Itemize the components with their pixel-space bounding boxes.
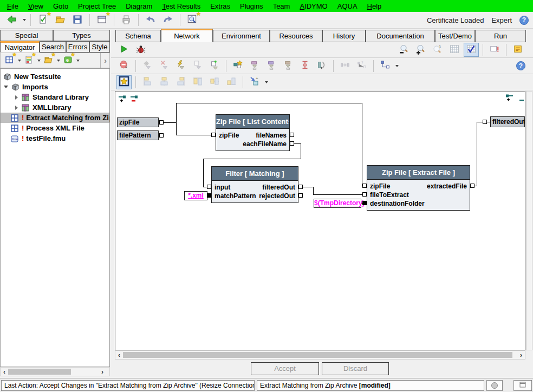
external-input-zipfile[interactable]: zipFile	[117, 117, 159, 127]
align-bottom-button[interactable]	[224, 75, 239, 89]
pin-listcontents-zipfile[interactable]	[211, 133, 216, 137]
find-window-button[interactable]: ★	[185, 13, 200, 27]
menu-goto[interactable]: Goto	[48, 1, 73, 11]
tab-errors[interactable]: Errors	[66, 41, 89, 53]
tab-schema[interactable]: Schema	[115, 30, 161, 42]
tab-style[interactable]: Style	[89, 41, 110, 53]
align-right-button[interactable]	[173, 75, 188, 89]
align-left-button[interactable]	[140, 75, 155, 89]
settings-apply-button[interactable]	[140, 59, 155, 73]
external-output-filteredout[interactable]: filteredOut	[490, 116, 525, 127]
split-connection-button[interactable]: ?	[354, 59, 369, 73]
undo-button[interactable]	[143, 13, 158, 27]
remove-output-pin-button[interactable]	[519, 95, 524, 103]
tree-item-testfile-fmu[interactable]: fmu ! testFile.fmu	[1, 133, 109, 143]
paste-step-button[interactable]	[207, 59, 222, 73]
literal-match-pattern[interactable]: *.xml	[184, 191, 207, 200]
new-window-button[interactable]: ★	[94, 13, 109, 27]
pin-external-filepattern[interactable]	[159, 133, 164, 138]
print-button[interactable]	[119, 13, 134, 27]
grid-toggle-button[interactable]	[447, 43, 462, 57]
new-list-dropdown[interactable]	[37, 60, 41, 62]
scroll-left-icon[interactable]: ‹	[115, 351, 123, 359]
menu-aqua[interactable]: AQUA	[333, 1, 362, 11]
tree-item-process-xml[interactable]: ! Process XML File	[1, 123, 109, 133]
pin-filter-matchpattern[interactable]	[207, 193, 211, 198]
navigator-horizontal-scrollbar[interactable]: ‹ ›	[0, 367, 110, 376]
scrollbar-thumb[interactable]	[8, 369, 71, 375]
add-input-pin-button[interactable]	[119, 95, 126, 104]
pin-extract-extractedfile[interactable]	[470, 184, 474, 188]
rotate-connection-button[interactable]	[314, 59, 329, 73]
pin-extract-destinationfolder[interactable]	[362, 201, 367, 205]
tree-item-new-testsuite[interactable]: New Testsuite	[1, 71, 109, 82]
connection[interactable]	[474, 122, 490, 186]
pin-filter-rejectedout[interactable]	[298, 193, 303, 198]
connection-style-dropdown[interactable]	[395, 65, 399, 67]
menu-diagram[interactable]: Diagram	[121, 1, 157, 11]
tab-network[interactable]: Network	[161, 29, 213, 42]
edit-frame-button[interactable]	[116, 75, 132, 89]
delete-apply-button[interactable]	[157, 59, 172, 73]
connection-style-button[interactable]	[378, 59, 393, 73]
annotation-button[interactable]	[487, 43, 502, 57]
menu-test-results[interactable]: Test Results	[157, 1, 205, 11]
tab-navigator[interactable]: Navigator	[0, 41, 40, 53]
toolbar-expand-button[interactable]: ›	[100, 53, 110, 68]
tab-special[interactable]: Special	[0, 30, 53, 41]
snap-to-grid-button[interactable]	[464, 43, 479, 57]
pin-external-filteredout[interactable]	[483, 120, 487, 124]
discard-button[interactable]: Discard	[322, 362, 389, 375]
properties-button[interactable]	[510, 43, 525, 57]
node-zip-list-contents[interactable]: Zip File [ List Contents ] zipFilefileNa…	[216, 114, 290, 151]
accept-button[interactable]: Accept	[251, 362, 319, 375]
pin-extract-filetoextract[interactable]	[362, 192, 367, 197]
node-filter-matching[interactable]: Filter [ Matching ] inputfilteredOut mat…	[211, 166, 298, 203]
tree-item-standard-library[interactable]: Standard Library	[1, 92, 109, 102]
new-folder-button[interactable]: ★	[42, 54, 55, 68]
tab-environment[interactable]: Environment	[213, 30, 270, 42]
menu-plugins[interactable]: Plugins	[235, 1, 268, 11]
back-dropdown[interactable]	[23, 19, 26, 21]
insert-before-button[interactable]	[247, 59, 262, 73]
align-middle-button[interactable]	[207, 75, 222, 89]
connection[interactable]	[303, 187, 362, 194]
new-suite-button[interactable]: e★	[61, 54, 74, 68]
tab-resources[interactable]: Resources	[270, 30, 322, 42]
redo-button[interactable]	[160, 13, 176, 27]
tab-search[interactable]: Search	[40, 41, 66, 53]
pin-external-zipfile[interactable]	[159, 120, 164, 125]
insert-after-button[interactable]	[264, 59, 279, 73]
back-button[interactable]	[4, 13, 20, 27]
node-zip-extract-file[interactable]: Zip File [ Extract File ] zipFileextract…	[367, 165, 470, 211]
insert-into-button[interactable]	[281, 59, 296, 73]
tab-documentation[interactable]: Documentation	[366, 30, 435, 42]
external-input-filepattern[interactable]: filePattern	[117, 130, 159, 140]
new-testcase-dropdown[interactable]	[18, 60, 21, 62]
menu-view[interactable]: View	[23, 1, 48, 11]
canvas-vertical-scrollbar[interactable]	[526, 91, 532, 350]
tree-item-xmllibrary[interactable]: XMLLibrary	[1, 102, 109, 113]
canvas-horizontal-scrollbar[interactable]: ‹ ›	[115, 350, 525, 360]
merge-connection-button[interactable]	[337, 59, 353, 73]
scrollbar-thumb[interactable]	[123, 352, 512, 358]
diagram-help-icon[interactable]: ?	[516, 61, 525, 70]
debug-button[interactable]	[133, 43, 148, 57]
pin-filter-filteredout[interactable]	[298, 185, 303, 189]
menu-extras[interactable]: Extras	[205, 1, 235, 11]
tab-test-demo[interactable]: Test/Demo	[435, 30, 475, 42]
copy-step-button[interactable]	[190, 59, 205, 73]
menu-project-tree[interactable]: Project Tree	[73, 1, 121, 11]
help-icon[interactable]: ?	[519, 16, 529, 25]
window-tool-cell[interactable]	[514, 380, 532, 391]
validate-button[interactable]: ★	[35, 13, 50, 27]
tab-types[interactable]: Types	[53, 30, 110, 41]
pin-listcontents-filenames[interactable]	[290, 133, 294, 137]
action-apply-button[interactable]	[173, 59, 188, 73]
scroll-right-icon[interactable]: ›	[517, 351, 525, 359]
add-output-pin-button[interactable]	[505, 94, 513, 103]
menu-file[interactable]: File	[2, 1, 23, 11]
scroll-left-icon[interactable]: ‹	[1, 368, 8, 376]
save-button[interactable]	[70, 13, 85, 27]
menu-team[interactable]: Team	[268, 1, 295, 11]
